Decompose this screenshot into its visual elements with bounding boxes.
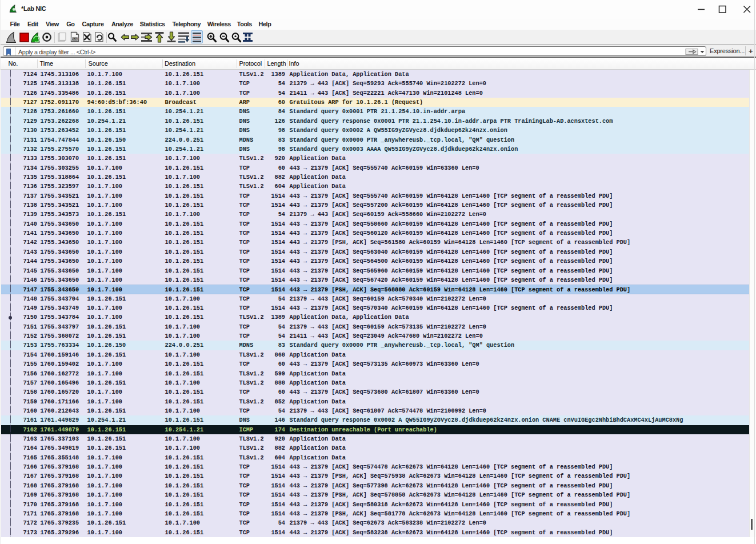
svg-text:PCAP: PCAP (71, 38, 78, 41)
